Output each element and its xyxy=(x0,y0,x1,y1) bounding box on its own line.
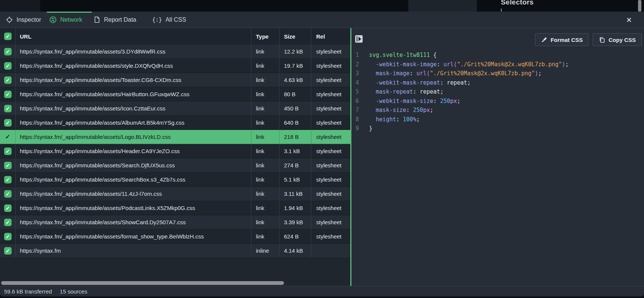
row-checkbox[interactable]: ✓ xyxy=(4,119,12,127)
transferred-total: 59.6 kB transferred xyxy=(4,288,52,295)
size-cell: 80 B xyxy=(279,87,311,101)
row-checkbox-cell: ✓ xyxy=(0,59,15,73)
rel-cell: stylesheet xyxy=(311,101,350,115)
row-checkbox[interactable]: ✓ xyxy=(4,233,12,240)
table-body: ✓https://syntax.fm/_app/immutable/assets… xyxy=(0,45,350,258)
css-viewer-buttons: Format CSS Copy CSS xyxy=(535,33,642,46)
row-checkbox[interactable]: ✓ xyxy=(4,219,12,226)
code-line: 8 height: 100%; xyxy=(351,115,644,124)
code-text: -webkit-mask-size: 250px; xyxy=(363,97,460,106)
tab-report-data[interactable]: Report Data xyxy=(94,16,136,23)
table-row[interactable]: ✓https://syntax.fminline4.14 kB xyxy=(0,244,350,258)
table-row[interactable]: ✓https://syntax.fm/_app/immutable/assets… xyxy=(0,101,350,116)
active-tab-underline xyxy=(47,12,92,13)
size-cell: 12.2 kB xyxy=(279,45,311,58)
tab-inspector[interactable]: Inspector xyxy=(6,16,41,23)
url-cell: https://syntax.fm/_app/immutable/assets/… xyxy=(15,229,251,243)
code-text: } xyxy=(363,124,372,133)
table-row[interactable]: ✓https://syntax.fm/_app/immutable/assets… xyxy=(0,87,350,101)
background-page-strip: Selectors xyxy=(0,0,644,12)
screen: Selectors Inspector xyxy=(0,0,644,298)
table-row[interactable]: ✓https://syntax.fm/_app/immutable/assets… xyxy=(0,116,350,130)
size-cell: 450 B xyxy=(279,101,311,115)
code-text: mask-size: 250px; xyxy=(363,106,433,115)
row-checkbox[interactable]: ✓ xyxy=(4,105,12,112)
row-checkbox[interactable]: ✓ xyxy=(4,204,12,212)
collapse-panel-icon[interactable] xyxy=(355,35,363,43)
row-checkbox[interactable]: ✓ xyxy=(4,76,12,84)
row-checkbox[interactable]: ✓ xyxy=(4,91,12,98)
row-checkbox-cell: ✓ xyxy=(0,101,15,115)
code-text: -webkit-mask-image: url("./Grit%20Mask@2… xyxy=(363,60,569,69)
table-row[interactable]: ✓https://syntax.fm/_app/immutable/assets… xyxy=(0,144,350,158)
line-number: 5 xyxy=(351,87,363,97)
rel-cell: stylesheet xyxy=(311,87,350,101)
paintbrush-icon xyxy=(541,37,547,43)
size-cell: 624 B xyxy=(279,229,311,243)
column-header-type: Type xyxy=(251,28,279,45)
table-row[interactable]: ✓https://syntax.fm/_app/immutable/assets… xyxy=(0,130,350,144)
code-line: 2 -webkit-mask-image: url("./Grit%20Mask… xyxy=(351,60,644,69)
css-inspector-panel: Inspector Network Repo xyxy=(0,12,644,297)
table-row[interactable]: ✓https://syntax.fm/_app/immutable/assets… xyxy=(0,158,350,173)
code-line: 1svg.svelte-1tw8111 { xyxy=(351,51,644,60)
copy-css-button[interactable]: Copy CSS xyxy=(593,33,642,46)
rel-cell: stylesheet xyxy=(311,116,350,130)
type-cell: link xyxy=(251,158,279,172)
select-all-checkbox[interactable]: ✓ xyxy=(4,33,12,40)
url-cell: https://syntax.fm/_app/immutable/assets/… xyxy=(15,144,251,158)
document-icon xyxy=(94,16,100,23)
type-cell: link xyxy=(251,173,279,186)
rel-cell: stylesheet xyxy=(311,187,350,201)
url-cell: https://syntax.fm/_app/immutable/assets/… xyxy=(15,59,251,73)
table-row[interactable]: ✓https://syntax.fm/_app/immutable/assets… xyxy=(0,59,350,73)
format-css-button[interactable]: Format CSS xyxy=(535,33,589,46)
tab-all-css[interactable]: {:} All CSS xyxy=(152,16,186,23)
row-checkbox-cell: ✓ xyxy=(0,116,15,130)
copy-css-label: Copy CSS xyxy=(608,37,636,43)
row-checkbox[interactable]: ✓ xyxy=(4,190,12,198)
page-scrollbar[interactable] xyxy=(638,0,641,12)
rel-cell: stylesheet xyxy=(311,144,350,158)
code-text: svg.svelte-1tw8111 { xyxy=(363,51,437,60)
rel-cell: stylesheet xyxy=(311,173,350,186)
line-number: 4 xyxy=(351,78,363,88)
type-cell: link xyxy=(251,215,279,229)
line-number: 6 xyxy=(351,97,363,106)
code-text: mask-image: url("./Grit%20Mask@2x.wqK0L7… xyxy=(363,69,542,78)
tab-label: All CSS xyxy=(166,16,186,23)
table-row[interactable]: ✓https://syntax.fm/_app/immutable/assets… xyxy=(0,173,350,187)
row-checkbox[interactable]: ✓ xyxy=(4,62,12,70)
rel-cell: stylesheet xyxy=(311,158,350,172)
code-line: 6 -webkit-mask-size: 250px; xyxy=(351,97,644,106)
size-cell: 4.14 kB xyxy=(279,244,311,258)
row-checkbox[interactable]: ✓ xyxy=(4,133,12,141)
table-row[interactable]: ✓https://syntax.fm/_app/immutable/assets… xyxy=(0,187,350,201)
background-page-block xyxy=(408,0,477,12)
row-checkbox[interactable]: ✓ xyxy=(4,247,12,255)
url-cell: https://syntax.fm xyxy=(15,244,251,258)
url-cell: https://syntax.fm/_app/immutable/assets/… xyxy=(15,173,251,186)
row-checkbox[interactable]: ✓ xyxy=(4,176,12,183)
row-checkbox[interactable]: ✓ xyxy=(4,162,12,169)
background-selectors-heading: Selectors xyxy=(501,0,533,6)
horizontal-scrollbar-handle[interactable] xyxy=(1,281,284,285)
row-checkbox[interactable]: ✓ xyxy=(4,48,12,55)
table-row[interactable]: ✓https://syntax.fm/_app/immutable/assets… xyxy=(0,73,350,87)
type-cell: link xyxy=(251,187,279,201)
rel-cell xyxy=(311,244,350,258)
table-row[interactable]: ✓https://syntax.fm/_app/immutable/assets… xyxy=(0,45,350,59)
type-cell: inline xyxy=(251,244,279,258)
url-cell: https://syntax.fm/_app/immutable/assets/… xyxy=(15,45,251,58)
table-row[interactable]: ✓https://syntax.fm/_app/immutable/assets… xyxy=(0,201,350,215)
table-row[interactable]: ✓https://syntax.fm/_app/immutable/assets… xyxy=(0,229,350,244)
css-viewer-toolbar: Format CSS Copy CSS xyxy=(351,28,644,50)
rel-cell: stylesheet xyxy=(311,229,350,243)
size-cell: 4.63 kB xyxy=(279,73,311,87)
row-checkbox[interactable]: ✓ xyxy=(4,148,12,155)
close-icon[interactable]: ✕ xyxy=(626,12,632,28)
format-css-label: Format CSS xyxy=(551,37,583,43)
table-row[interactable]: ✓https://syntax.fm/_app/immutable/assets… xyxy=(0,215,350,229)
tab-network[interactable]: Network xyxy=(49,16,82,23)
horizontal-scrollbar xyxy=(0,281,350,285)
